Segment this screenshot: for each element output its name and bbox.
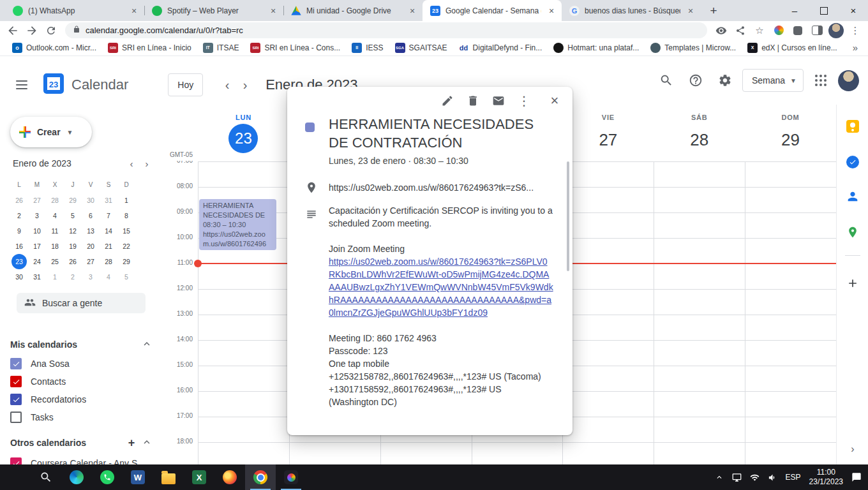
tasks-panel-icon[interactable]	[837, 149, 868, 175]
profile-avatar[interactable]	[838, 70, 859, 91]
get-addons-plus-icon[interactable]	[837, 272, 868, 297]
mini-calendar-day[interactable]: 8	[119, 208, 134, 223]
mini-calendar-day[interactable]: 23	[11, 254, 27, 269]
bookmark-item[interactable]: SRISRI en Línea - Inicio	[102, 41, 197, 54]
mini-calendar-day[interactable]: 11	[47, 223, 63, 239]
other-calendars-header[interactable]: Otros calendarios +	[10, 435, 154, 450]
tab-close-icon[interactable]: ×	[129, 6, 139, 16]
mini-calendar-day[interactable]: 24	[29, 254, 45, 269]
more-options-kebab-icon[interactable]: ⋮	[518, 94, 530, 108]
today-button[interactable]: Hoy	[168, 73, 203, 96]
browser-tab[interactable]: Spotify – Web Player×	[144, 0, 283, 21]
hide-panel-chevron-icon[interactable]: ›	[837, 436, 868, 462]
mini-calendar-day[interactable]: 9	[11, 223, 27, 239]
day-column-header[interactable]: DOM29	[745, 114, 836, 154]
bookmark-item[interactable]: IIIESS	[346, 41, 389, 54]
taskbar-app-whatsapp[interactable]	[92, 464, 123, 490]
mini-calendar-day[interactable]: 27	[83, 254, 98, 269]
mini-calendar-day[interactable]: 30	[11, 269, 27, 285]
taskbar-app-photos[interactable]	[276, 464, 306, 490]
mini-calendar-day[interactable]: 21	[101, 239, 116, 254]
day-number[interactable]: 23	[228, 124, 258, 153]
bookmark-item[interactable]: Templates | Microw...	[645, 41, 742, 54]
close-icon[interactable]: ×	[548, 94, 561, 108]
language-indicator[interactable]: ESP	[786, 473, 801, 482]
mini-calendar-day[interactable]: 28	[47, 193, 63, 208]
mini-calendar-day[interactable]: 2	[65, 269, 80, 285]
bookmark-item[interactable]: Hotmart: una plataf...	[548, 41, 645, 54]
delete-trash-icon[interactable]	[467, 94, 479, 108]
mini-prev-month-icon[interactable]: ‹	[124, 158, 139, 169]
checked-checkbox[interactable]	[10, 394, 22, 405]
new-tab-button[interactable]: +	[705, 2, 722, 20]
add-calendar-plus-icon[interactable]: +	[124, 436, 139, 450]
mini-calendar-day[interactable]: 3	[83, 269, 98, 285]
checked-checkbox[interactable]	[10, 457, 22, 464]
window-maximize-button[interactable]	[809, 0, 839, 21]
mini-calendar-day[interactable]: 7	[101, 208, 116, 223]
mini-calendar-day[interactable]: 12	[65, 223, 80, 239]
taskbar-app-edge[interactable]	[61, 464, 92, 490]
mini-calendar-day[interactable]: 29	[119, 254, 134, 269]
day-column-header[interactable]: VIE27	[562, 114, 654, 154]
tab-close-icon[interactable]: ×	[546, 6, 557, 16]
mini-calendar-day[interactable]: 22	[119, 239, 134, 254]
window-minimize-button[interactable]: –	[780, 0, 809, 21]
checked-checkbox[interactable]	[10, 376, 22, 387]
share-icon[interactable]	[733, 23, 748, 38]
calendar-list-item[interactable]: Contacts	[10, 373, 154, 390]
mini-calendar-day[interactable]: 5	[119, 269, 134, 285]
window-close-button[interactable]: ×	[839, 0, 868, 21]
taskbar-clock[interactable]: 11:00 23/1/2023	[809, 468, 843, 487]
mini-calendar-day[interactable]: 16	[11, 239, 27, 254]
bookmark-item[interactable]: ddDigitalDefynd - Fin...	[453, 41, 548, 54]
bookmarks-overflow-icon[interactable]: »	[849, 42, 862, 53]
day-column-header[interactable]: SÁB28	[654, 114, 745, 154]
mini-calendar-day[interactable]: 25	[47, 254, 63, 269]
mini-calendar-day[interactable]: 18	[47, 239, 63, 254]
taskbar-app-word[interactable]: W	[123, 464, 153, 490]
taskbar-app-excel[interactable]: X	[184, 464, 214, 490]
browser-tab[interactable]: Gbuenos dias lunes - Búsqued×	[562, 0, 701, 21]
taskbar-app-start[interactable]	[0, 464, 31, 490]
mini-calendar-day[interactable]: 19	[65, 239, 80, 254]
mini-calendar-day[interactable]: 3	[29, 208, 45, 223]
create-button[interactable]: Crear ▼	[10, 117, 92, 147]
mini-calendar-day[interactable]: 31	[101, 193, 116, 208]
mini-calendar-day[interactable]: 15	[119, 223, 134, 239]
taskbar-app-chrome[interactable]	[245, 464, 276, 490]
bookmark-item[interactable]: ITITSAE	[197, 41, 245, 54]
mini-calendar-day[interactable]: 20	[83, 239, 98, 254]
taskbar-app-search[interactable]	[31, 464, 61, 490]
bookmark-star-icon[interactable]: ☆	[752, 23, 767, 38]
forward-icon[interactable]	[24, 23, 40, 38]
day-number[interactable]: 29	[745, 125, 836, 154]
extension-color-icon[interactable]	[771, 23, 786, 38]
mini-calendar-day[interactable]: 4	[47, 208, 63, 223]
network-tray-icon[interactable]	[750, 473, 760, 482]
display-tray-icon[interactable]	[732, 473, 742, 482]
extension-dark-icon[interactable]	[790, 23, 805, 38]
help-icon[interactable]	[684, 68, 708, 93]
browser-menu-kebab-icon[interactable]: ⋮	[848, 23, 863, 38]
next-week-icon[interactable]: ›	[236, 78, 254, 93]
bookmark-item[interactable]: XedX | Cursos en líne...	[742, 41, 843, 54]
mini-calendar-day[interactable]: 1	[47, 269, 63, 285]
mini-calendar-day[interactable]: 26	[11, 193, 27, 208]
browser-tab[interactable]: Mi unidad - Google Drive×	[283, 0, 423, 21]
mini-calendar-day[interactable]: 17	[29, 239, 45, 254]
mini-calendar-day[interactable]: 28	[101, 254, 116, 269]
mini-calendar-day[interactable]: 4	[101, 269, 116, 285]
google-apps-grid-icon[interactable]	[809, 68, 833, 93]
bookmark-item[interactable]: SGASGAITSAE	[389, 41, 453, 54]
event-location[interactable]: https://us02web.zoom.us/w/86017624963?tk…	[329, 182, 546, 193]
hidden-icons-chevron-icon[interactable]	[715, 473, 724, 482]
taskbar-app-firefox[interactable]	[214, 464, 245, 490]
browser-profile-avatar[interactable]	[828, 23, 844, 38]
preview-eye-icon[interactable]	[714, 23, 729, 38]
mini-calendar-day[interactable]: 10	[29, 223, 45, 239]
edit-icon[interactable]	[441, 94, 454, 108]
unchecked-checkbox[interactable]	[10, 412, 22, 423]
search-people-input[interactable]: Buscar a gente	[17, 293, 146, 313]
mini-next-month-icon[interactable]: ›	[139, 158, 154, 169]
